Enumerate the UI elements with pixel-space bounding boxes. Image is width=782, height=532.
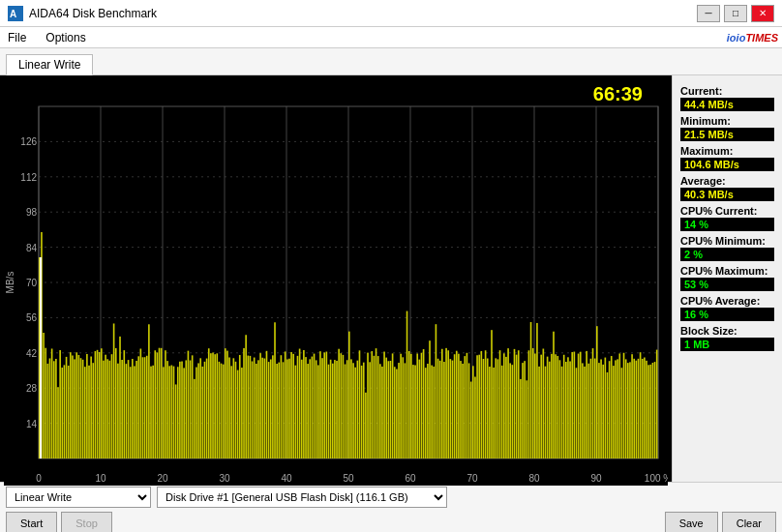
cpu-current-value: 14 % xyxy=(680,218,774,231)
menu-options[interactable]: Options xyxy=(42,30,89,45)
app-icon: A xyxy=(8,6,23,21)
time-display: 66:39 xyxy=(593,83,643,105)
test-select[interactable]: Linear Write xyxy=(6,487,151,508)
cpu-current-label: CPU% Current: xyxy=(680,205,774,217)
save-button[interactable]: Save xyxy=(665,512,718,532)
cpu-maximum-label: CPU% Maximum: xyxy=(680,265,774,277)
average-label: Average: xyxy=(680,175,774,187)
title-bar: A AIDA64 Disk Benchmark ─ □ ✕ xyxy=(0,0,782,27)
tab-linear-write[interactable]: Linear Write xyxy=(6,54,93,75)
cpu-average-label: CPU% Average: xyxy=(680,295,774,307)
chart-area: 66:39 xyxy=(0,75,672,482)
clear-button[interactable]: Clear xyxy=(722,512,776,532)
svg-text:A: A xyxy=(10,9,16,19)
logo-ioio: ioio xyxy=(727,32,746,44)
logo-times: TIMES xyxy=(745,32,778,44)
window-controls: ─ □ ✕ xyxy=(697,5,774,22)
maximum-value: 104.6 MB/s xyxy=(680,158,774,171)
cpu-minimum-label: CPU% Minimum: xyxy=(680,235,774,247)
current-value: 44.4 MB/s xyxy=(680,98,774,111)
cpu-average-value: 16 % xyxy=(680,308,774,321)
cpu-minimum-value: 2 % xyxy=(680,248,774,261)
drive-select[interactable]: Disk Drive #1 [General USB Flash Disk] (… xyxy=(157,487,447,508)
main-content: 66:39 Current: 44.4 MB/s Minimum: 21.5 M… xyxy=(0,75,782,482)
minimum-label: Minimum: xyxy=(680,115,774,127)
title-text: AIDA64 Disk Benchmark xyxy=(29,7,157,20)
sidebar: Current: 44.4 MB/s Minimum: 21.5 MB/s Ma… xyxy=(672,75,782,482)
benchmark-chart xyxy=(4,79,668,486)
minimize-button[interactable]: ─ xyxy=(697,5,720,22)
controls-row: Linear Write Disk Drive #1 [General USB … xyxy=(6,487,776,508)
cpu-maximum-value: 53 % xyxy=(680,278,774,291)
start-button[interactable]: Start xyxy=(6,512,57,532)
close-button[interactable]: ✕ xyxy=(751,5,774,22)
maximum-label: Maximum: xyxy=(680,145,774,157)
bottom-bar: Linear Write Disk Drive #1 [General USB … xyxy=(0,482,782,532)
average-value: 40.3 MB/s xyxy=(680,188,774,201)
stop-button[interactable]: Stop xyxy=(61,512,112,532)
menu-file[interactable]: File xyxy=(4,30,30,45)
block-size-value: 1 MB xyxy=(680,338,774,351)
menu-bar: File Options ioioTIMES xyxy=(0,27,782,48)
minimum-value: 21.5 MB/s xyxy=(680,128,774,141)
button-row: Start Stop Save Clear xyxy=(6,512,776,532)
block-size-label: Block Size: xyxy=(680,325,774,337)
tab-bar: Linear Write xyxy=(0,48,782,75)
maximize-button[interactable]: □ xyxy=(724,5,747,22)
logo: ioioTIMES xyxy=(727,32,778,44)
current-label: Current: xyxy=(680,85,774,97)
